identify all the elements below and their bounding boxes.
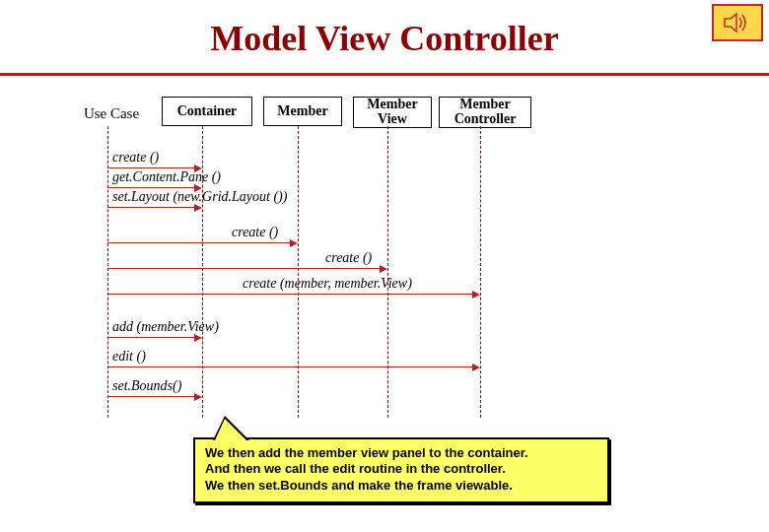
speaker-icon [712, 4, 763, 41]
lifeline-use-case [107, 126, 108, 418]
callout-line-2: And then we call the edit routine in the… [205, 461, 599, 477]
msg-create-member-view: create () [325, 250, 372, 266]
participant-member-view: Member View [353, 97, 432, 128]
svg-marker-0 [725, 14, 736, 32]
slide-title: Model View Controller [0, 0, 769, 73]
participant-member-controller: Member Controller [439, 97, 531, 128]
participant-member: Member [263, 97, 342, 126]
participant-use-case: Use Case [69, 100, 154, 128]
msg-create-controller: create (member, member.View) [243, 276, 412, 292]
sequence-diagram: Use Case Container Member Member View Me… [79, 95, 690, 420]
lifeline-member-controller [480, 126, 481, 418]
callout-line-3: We then set.Bounds and make the frame vi… [205, 478, 599, 494]
callout-pointer-fill [215, 419, 246, 440]
msg-create-container: create () [112, 150, 159, 166]
annotation-callout: We then add the member view panel to the… [193, 437, 609, 503]
msg-get-content-pane: get.Content.Pane () [112, 169, 221, 185]
msg-set-bounds: set.Bounds() [112, 378, 181, 394]
msg-create-member: create () [232, 225, 278, 240]
title-rule [0, 73, 769, 76]
lifeline-member-view [387, 126, 388, 418]
msg-edit: edit () [112, 349, 146, 365]
lifeline-member [298, 126, 299, 418]
msg-add-member-view: add (member.View) [112, 319, 219, 335]
participant-container: Container [162, 97, 252, 126]
callout-line-1: We then add the member view panel to the… [205, 445, 599, 461]
